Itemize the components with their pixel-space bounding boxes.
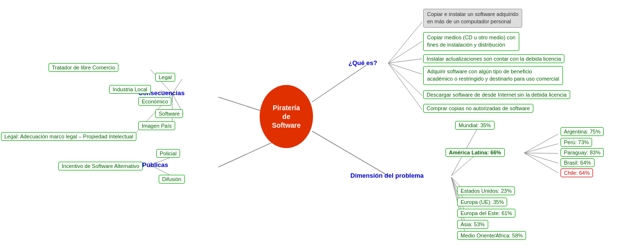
node-imagen: Imagen País (138, 121, 175, 130)
node-paraguay: Paraguay: 83% (561, 148, 604, 157)
svg-line-13 (388, 22, 422, 63)
dimension-label: Dimensión del problema (350, 172, 424, 179)
svg-line-19 (312, 131, 388, 176)
node-medio-oriente: Medio Oriente/Africa: 58% (457, 231, 526, 240)
node-eeuu: Estados Unidos: 23% (457, 186, 515, 195)
node-policial: Policial (156, 149, 180, 158)
svg-line-21 (451, 155, 476, 176)
svg-line-23 (524, 144, 558, 153)
node-europa-este: Europa del Este: 61% (457, 209, 515, 218)
svg-line-25 (524, 153, 558, 163)
node-asia: Asia: 53% (457, 220, 488, 229)
node-adecuacion: Legal: Adecuación marco legal – Propieda… (1, 132, 136, 141)
node-mundial: Mundial: 35% (455, 121, 495, 130)
node-argentina: Argentina: 75% (561, 127, 604, 136)
mindmap-canvas: PirateríadeSoftware Consecuencias Políti… (0, 0, 644, 252)
node-industria: Industria Local (109, 85, 151, 94)
node-chile: Chile: 64% (561, 168, 593, 177)
node-software-c: Software (155, 109, 183, 118)
node-descargar: Descargar software de desde Internet sin… (423, 90, 570, 99)
node-europa-ue: Europa (UE): 35% (457, 198, 507, 206)
svg-line-16 (388, 63, 422, 74)
node-legal-c: Legal (155, 73, 175, 82)
node-brasil: Brasil: 64% (561, 158, 594, 167)
svg-line-22 (524, 134, 558, 153)
node-copiar-medios: Copiar medios (CD u otro medio) confines… (423, 32, 519, 51)
svg-line-12 (312, 65, 366, 102)
node-comprar-copias: Comprar copias no autorizadas de softwar… (423, 104, 533, 113)
node-tratador: Tratador de libre Comercio (49, 63, 118, 72)
branch-quees: ¿Qué es? (348, 59, 377, 67)
node-instalar-act: Instalar actualizaciones son contar con … (423, 54, 564, 63)
node-economico: Económico (138, 97, 171, 106)
node-latam: América Latina: 66% (446, 148, 505, 157)
svg-line-26 (524, 153, 558, 173)
svg-line-18 (388, 63, 422, 110)
node-peru: Perú: 73% (561, 138, 592, 147)
svg-line-15 (388, 59, 422, 63)
svg-line-17 (388, 63, 422, 96)
node-adquirir-soft: Adquirir software con algún tipo de bene… (423, 66, 563, 85)
quees-label: ¿Qué es? (348, 59, 377, 67)
node-difusion: Difusión (159, 175, 185, 184)
svg-line-24 (524, 153, 558, 153)
node-incentivo: Incentivo de Software Alternativo (58, 162, 143, 170)
center-node: PirateríadeSoftware (260, 85, 313, 148)
node-copiar-instalar: Copiar e instalar un software adquiridoe… (423, 9, 522, 28)
connector-lines (0, 0, 644, 252)
branch-dimension: Dimensión del problema (350, 172, 424, 179)
center-label: PirateríadeSoftware (260, 85, 313, 148)
svg-line-14 (388, 41, 422, 63)
